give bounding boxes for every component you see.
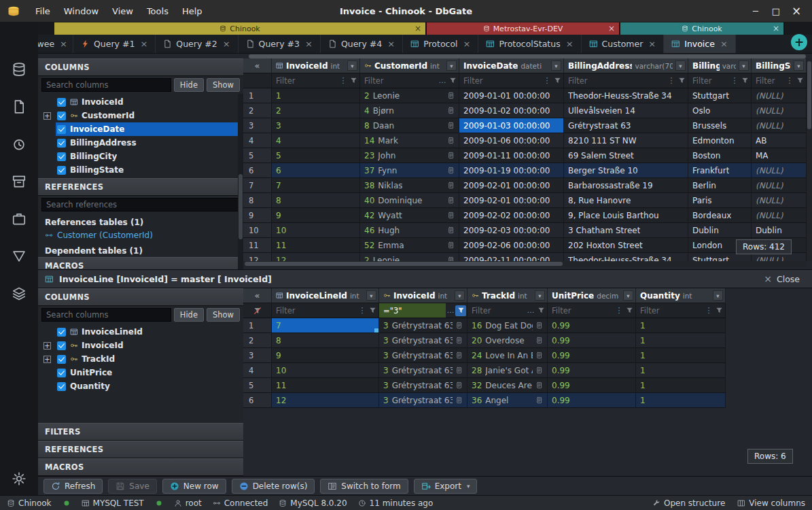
column-menu-button[interactable]: ▾: [446, 61, 457, 71]
open-reference-icon[interactable]: [453, 352, 463, 359]
row-number[interactable]: 2: [243, 103, 272, 118]
macros-section-header[interactable]: MACROS: [38, 257, 243, 269]
collapse-grid-button[interactable]: «: [243, 58, 272, 73]
row-number[interactable]: 11: [243, 238, 272, 253]
cell-billingaddress[interactable]: 69 Salem Street: [564, 148, 688, 163]
filter-input-invoicelineid[interactable]: Filter⋮: [272, 303, 379, 318]
menu-help[interactable]: Help: [175, 5, 209, 18]
close-tab-icon[interactable]: ×: [140, 39, 147, 49]
cell-customerid[interactable]: 38Niklas: [360, 178, 459, 193]
cell-quantity[interactable]: 1: [636, 378, 726, 393]
cell-invoiceid[interactable]: 1: [272, 88, 360, 103]
cell-billingstate[interactable]: (NULL): [752, 103, 807, 118]
row-number[interactable]: 4: [243, 133, 272, 148]
cell-invoicedate[interactable]: 2009-01-11 00:00:00: [459, 148, 564, 163]
open-reference-icon[interactable]: [444, 107, 455, 114]
cell-invoiceid[interactable]: 8: [272, 193, 360, 208]
filter-funnel-icon[interactable]: [624, 307, 635, 314]
row-number[interactable]: 5: [243, 378, 272, 393]
row-number[interactable]: 6: [243, 393, 272, 408]
cell-billingstate[interactable]: (NULL): [752, 193, 807, 208]
open-reference-icon[interactable]: [444, 211, 455, 219]
cell-billingaddress[interactable]: 8, Rue Hanovre: [564, 193, 688, 208]
cell-customerid[interactable]: 46Hugh: [360, 223, 459, 238]
cell-invoicelineid[interactable]: 8: [272, 333, 379, 348]
clear-filters-icon[interactable]: [253, 307, 262, 315]
cell-unitprice[interactable]: 0.99: [548, 333, 636, 348]
cell-billingaddress[interactable]: 3 Chatham Street: [564, 223, 688, 238]
status-root[interactable]: root: [174, 498, 202, 508]
cell-invoiceid[interactable]: 3Grétrystraat 63: [379, 348, 467, 363]
cell-invoiceid[interactable]: 4: [272, 133, 360, 148]
cell-customerid[interactable]: 40Dominique: [360, 193, 459, 208]
cell-billingcity[interactable]: Brussels: [688, 118, 752, 133]
column-checkbox[interactable]: [57, 139, 66, 148]
row-number[interactable]: 9: [243, 208, 272, 223]
open-reference-icon[interactable]: [444, 256, 455, 261]
column-item-billingcity[interactable]: BillingCity: [38, 150, 243, 163]
column-header-invoicelineid[interactable]: InvoiceLineIdint▾: [272, 288, 379, 303]
cell-billingcity[interactable]: Boston: [688, 148, 752, 163]
open-reference-icon[interactable]: [444, 167, 455, 174]
cell-invoiceid[interactable]: 3Grétrystraat 63: [379, 363, 467, 378]
cell-billingstate[interactable]: (NULL): [752, 118, 807, 133]
column-item-invoiceid[interactable]: +InvoiceId: [38, 339, 243, 352]
cell-billingcity[interactable]: Oslo: [688, 103, 752, 118]
tab-query-3[interactable]: Query #3×: [239, 35, 321, 53]
expand-toggle[interactable]: +: [42, 112, 57, 120]
column-checkbox[interactable]: [57, 369, 66, 377]
new-row-button[interactable]: New row: [162, 479, 226, 494]
filter-input-billingstate[interactable]: Filter⋮: [752, 73, 807, 88]
cell-quantity[interactable]: 1: [636, 318, 726, 333]
close-detail-button[interactable]: × Close: [764, 273, 805, 284]
cell-invoiceid[interactable]: 3Grétrystraat 63: [379, 378, 467, 393]
column-item-customerid[interactable]: +CustomerId: [38, 109, 243, 122]
cell-unitprice[interactable]: 0.99: [548, 393, 636, 408]
cell-customerid[interactable]: 2Leonie: [360, 253, 459, 261]
status-mysql-8-0-20[interactable]: MySQL 8.0.20: [279, 498, 347, 508]
tab-query-1[interactable]: Query #1×: [73, 35, 156, 53]
cell-invoicelineid[interactable]: 7: [272, 318, 379, 333]
delete-row-s--button[interactable]: Delete row(s): [232, 479, 315, 494]
filter-input-quantity[interactable]: Filter⋮: [636, 303, 726, 318]
cell-unitprice[interactable]: 0.99: [548, 318, 636, 333]
column-checkbox[interactable]: [57, 125, 66, 134]
minimize-button[interactable]: ─: [745, 6, 766, 16]
cell-billingaddress[interactable]: 8210 111 ST NW: [564, 133, 688, 148]
filter-funnel-icon[interactable]: [367, 307, 378, 314]
cell-customerid[interactable]: 8Daan: [360, 118, 459, 133]
tab-query-2[interactable]: Query #2×: [156, 35, 238, 53]
close-tab-icon[interactable]: ×: [305, 39, 313, 49]
expand-toggle[interactable]: +: [42, 356, 57, 363]
filter-menu-button[interactable]: …: [446, 306, 455, 315]
status-dot-green[interactable]: [155, 499, 163, 507]
cell-billingstate[interactable]: (NULL): [752, 163, 807, 178]
column-item-billingaddress[interactable]: BillingAddress: [38, 136, 243, 150]
cell-invoiceid[interactable]: 3: [272, 118, 360, 133]
close-tab-icon[interactable]: ×: [223, 39, 230, 49]
grid-horizontal-scrollbar-thumb[interactable]: [245, 262, 563, 266]
cell-invoiceid[interactable]: 3Grétrystraat 63: [379, 393, 467, 408]
grid-vertical-scrollbar[interactable]: [807, 58, 812, 261]
open-reference-icon[interactable]: [444, 182, 455, 189]
column-menu-button[interactable]: ▾: [713, 290, 723, 301]
cell-quantity[interactable]: 1: [636, 348, 726, 363]
cell-invoiceid[interactable]: 10: [272, 223, 360, 238]
row-number[interactable]: 4: [243, 363, 272, 378]
filter-input-billingcity[interactable]: Filter⋮: [688, 73, 752, 88]
new-tab-button[interactable]: +: [791, 34, 807, 50]
column-checkbox[interactable]: [57, 382, 66, 391]
open-reference-icon[interactable]: [444, 137, 455, 144]
close-tab-icon[interactable]: ×: [387, 39, 395, 49]
cell-invoicelineid[interactable]: 9: [272, 348, 379, 363]
column-header-unitprice[interactable]: UnitPricedecim▾: [548, 288, 636, 303]
cell-billingaddress[interactable]: 202 Hoxton Street: [564, 238, 688, 253]
column-checkbox[interactable]: [57, 166, 66, 175]
row-number[interactable]: 12: [243, 253, 272, 261]
sidebar-briefcase-button[interactable]: [12, 211, 27, 228]
cell-invoicedate[interactable]: 2009-02-03 00:00:00: [459, 223, 564, 238]
cell-invoicedate[interactable]: 2009-01-01 00:00:00: [459, 88, 564, 103]
row-number[interactable]: 8: [243, 193, 272, 208]
column-header-invoicedate[interactable]: InvoiceDatedateti▾: [459, 58, 564, 73]
filter-funnel-icon[interactable]: [676, 77, 687, 84]
